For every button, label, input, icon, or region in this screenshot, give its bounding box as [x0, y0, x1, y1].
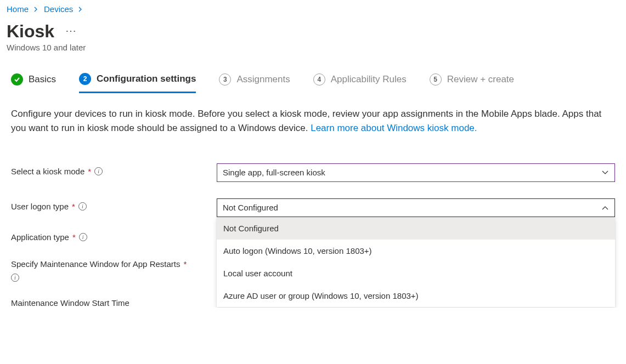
step-number-icon: 5 [430, 73, 442, 86]
required-indicator: * [88, 167, 91, 176]
kiosk-mode-select[interactable]: Single app, full-screen kiosk [217, 163, 615, 182]
info-icon[interactable]: i [78, 202, 87, 211]
learn-more-link[interactable]: Learn more about Windows kiosk mode. [311, 123, 477, 133]
page-title: Kiosk [7, 21, 54, 42]
field-label: Maintenance Window Start Time [11, 298, 129, 308]
step-label: Configuration settings [97, 73, 196, 84]
dropdown-option[interactable]: Auto logon (Windows 10, version 1803+) [217, 240, 615, 262]
wizard-steps: Basics 2 Configuration settings 3 Assign… [0, 52, 626, 93]
step-review-create[interactable]: 5 Review + create [430, 73, 514, 92]
required-indicator: * [72, 232, 76, 242]
step-applicability-rules[interactable]: 4 Applicability Rules [313, 73, 407, 92]
breadcrumb: Home Devices [0, 0, 626, 16]
required-indicator: * [72, 202, 75, 211]
step-number-icon: 2 [79, 73, 91, 85]
page-header: Kiosk ⋯ [0, 16, 626, 42]
page-subtitle: Windows 10 and later [0, 42, 626, 52]
step-basics[interactable]: Basics [11, 73, 56, 92]
dropdown-option[interactable]: Local user account [217, 262, 615, 285]
user-logon-type-select[interactable]: Not Configured [217, 198, 615, 217]
select-value: Single app, full-screen kiosk [223, 168, 325, 177]
dropdown-option[interactable]: Not Configured [217, 217, 615, 240]
required-indicator: * [183, 258, 187, 271]
info-icon[interactable]: i [79, 233, 87, 241]
field-kiosk-mode: Select a kiosk mode * i Single app, full… [11, 163, 615, 182]
dropdown-option[interactable]: Azure AD user or group (Windows 10, vers… [217, 285, 615, 307]
select-value: Not Configured [223, 203, 278, 212]
step-configuration-settings[interactable]: 2 Configuration settings [79, 73, 196, 93]
step-label: Assignments [236, 74, 290, 85]
step-number-icon: 4 [313, 73, 325, 86]
field-label: Application type [11, 232, 69, 242]
description-text: Configure your devices to run in kiosk m… [11, 107, 604, 136]
field-user-logon-type: User logon type * i Not Configured Not C… [11, 198, 615, 217]
step-label: Applicability Rules [331, 74, 407, 85]
step-number-icon: 3 [219, 73, 231, 86]
breadcrumb-home[interactable]: Home [7, 4, 29, 14]
field-label: User logon type [11, 202, 69, 211]
check-icon [11, 73, 23, 86]
info-icon[interactable]: i [11, 274, 19, 282]
info-icon[interactable]: i [94, 167, 103, 175]
field-label: Specify Maintenance Window for App Resta… [11, 258, 180, 271]
chevron-down-icon [601, 169, 609, 177]
chevron-right-icon [78, 5, 83, 14]
more-actions-button[interactable]: ⋯ [65, 24, 77, 37]
step-label: Basics [29, 74, 56, 85]
step-assignments[interactable]: 3 Assignments [219, 73, 290, 92]
chevron-right-icon [34, 5, 38, 14]
step-label: Review + create [447, 74, 514, 85]
user-logon-type-dropdown: Not Configured Auto logon (Windows 10, v… [217, 217, 615, 307]
chevron-up-icon [601, 204, 609, 212]
field-label: Select a kiosk mode [11, 167, 84, 176]
breadcrumb-devices[interactable]: Devices [44, 4, 73, 14]
